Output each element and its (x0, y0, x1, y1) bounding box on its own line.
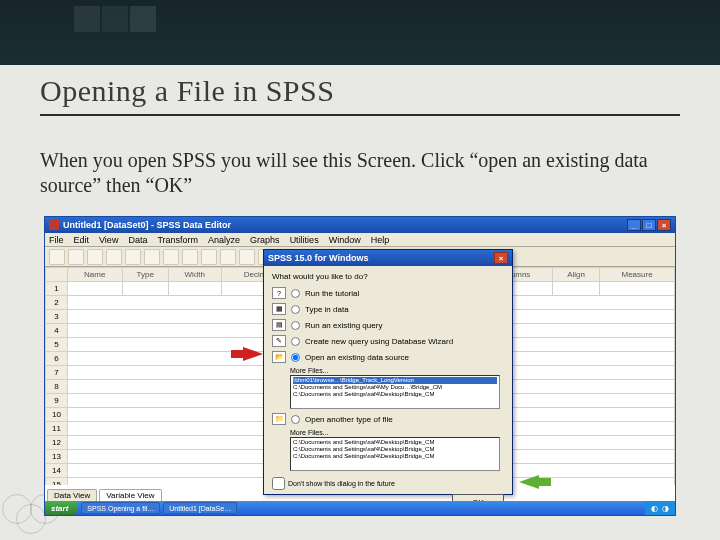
col-name[interactable]: Name (68, 268, 123, 282)
toolbar-button[interactable] (144, 249, 160, 265)
toolbar-button[interactable] (220, 249, 236, 265)
menu-view[interactable]: View (99, 235, 118, 245)
menu-utilities[interactable]: Utilities (290, 235, 319, 245)
dont-show-checkbox[interactable] (272, 477, 285, 490)
menu-help[interactable]: Help (371, 235, 390, 245)
menu-window[interactable]: Window (329, 235, 361, 245)
option-label: Run the tutorial (305, 289, 359, 298)
radio-runquery[interactable] (291, 321, 300, 330)
open-icon: 📂 (272, 351, 286, 363)
toolbar-button[interactable] (239, 249, 255, 265)
decorative-squares (74, 6, 158, 36)
open-other-icon: 📁 (272, 413, 286, 425)
more-files-label: More Files... (290, 367, 504, 374)
spss-window-title: Untitled1 [DataSet0] - SPSS Data Editor (63, 220, 231, 230)
tutorial-icon: ? (272, 287, 286, 299)
dialog-prompt: What would you like to do? (272, 272, 504, 281)
option-label: Type in data (305, 305, 349, 314)
toolbar-button[interactable] (106, 249, 122, 265)
list-item[interactable]: C:\Documents and Settings\saf4\Desktop\B… (293, 439, 497, 446)
col-measure[interactable]: Measure (600, 268, 675, 282)
menu-analyze[interactable]: Analyze (208, 235, 240, 245)
tray-icon[interactable]: ◑ (662, 504, 669, 513)
option-label: Create new query using Database Wizard (305, 337, 453, 346)
red-arrow-annotation (243, 347, 263, 361)
radio-tutorial[interactable] (291, 289, 300, 298)
list-item[interactable]: \\thm01\browse…\Bridge_Track_LongVersion (293, 377, 497, 384)
menu-transform[interactable]: Transform (157, 235, 198, 245)
dialog-titlebar: SPSS 15.0 for Windows × (264, 250, 512, 266)
dialog-close-icon[interactable]: × (494, 252, 508, 264)
existing-files-listbox[interactable]: \\thm01\browse…\Bridge_Track_LongVersion… (290, 375, 500, 409)
col-width[interactable]: Width (168, 268, 221, 282)
list-item[interactable]: C:\Documents and Settings\saf4\Desktop\B… (293, 391, 497, 398)
spss-logo-icon (49, 220, 59, 230)
col-type[interactable]: Type (122, 268, 168, 282)
query-icon: ▤ (272, 319, 286, 331)
menu-data[interactable]: Data (128, 235, 147, 245)
toolbar-button[interactable] (201, 249, 217, 265)
slide-body-text: When you open SPSS you will see this Scr… (40, 148, 680, 198)
option-label: Open another type of file (305, 415, 393, 424)
slide-title: Opening a File in SPSS (40, 74, 680, 116)
close-icon[interactable]: × (657, 219, 671, 231)
tray-icon[interactable]: ◐ (651, 504, 658, 513)
option-label: Run an existing query (305, 321, 382, 330)
spss-menubar: File Edit View Data Transform Analyze Gr… (45, 233, 675, 247)
other-files-listbox[interactable]: C:\Documents and Settings\saf4\Desktop\B… (290, 437, 500, 471)
system-tray: ◐ ◑ (645, 501, 675, 515)
toolbar-button[interactable] (182, 249, 198, 265)
toolbar-button[interactable] (125, 249, 141, 265)
col-align[interactable]: Align (552, 268, 599, 282)
list-item[interactable]: C:\Documents and Settings\saf4\Desktop\B… (293, 453, 497, 460)
typein-icon: ▦ (272, 303, 286, 315)
taskbar-item[interactable]: Untitled1 [DataSe… (163, 502, 237, 514)
dont-show-label: Don't show this dialog in the future (288, 480, 395, 487)
radio-open-existing[interactable] (291, 353, 300, 362)
maximize-icon[interactable]: □ (642, 219, 656, 231)
list-item[interactable]: C:\Documents and Settings\saf4\Desktop\B… (293, 446, 497, 453)
radio-open-other[interactable] (291, 415, 300, 424)
wizard-icon: ✎ (272, 335, 286, 347)
spss-startup-dialog: SPSS 15.0 for Windows × What would you l… (263, 249, 513, 495)
dialog-title-text: SPSS 15.0 for Windows (268, 253, 368, 263)
more-files-label: More Files... (290, 429, 504, 436)
list-item[interactable]: C:\Documents and Settings\saf4\My Docu…\… (293, 384, 497, 391)
windows-taskbar: start SPSS Opening a fil… Untitled1 [Dat… (45, 501, 675, 515)
minimize-icon[interactable]: _ (627, 219, 641, 231)
menu-edit[interactable]: Edit (74, 235, 90, 245)
start-button[interactable]: start (45, 501, 78, 515)
radio-wizard[interactable] (291, 337, 300, 346)
tab-data-view[interactable]: Data View (47, 489, 97, 501)
radio-typein[interactable] (291, 305, 300, 314)
green-arrow-annotation (519, 475, 539, 489)
spss-screenshot: Untitled1 [DataSet0] - SPSS Data Editor … (44, 216, 676, 516)
toolbar-button[interactable] (68, 249, 84, 265)
toolbar-button[interactable] (87, 249, 103, 265)
menu-graphs[interactable]: Graphs (250, 235, 280, 245)
tab-variable-view[interactable]: Variable View (99, 489, 161, 501)
spss-window-titlebar: Untitled1 [DataSet0] - SPSS Data Editor … (45, 217, 675, 233)
toolbar-button[interactable] (163, 249, 179, 265)
toolbar-button[interactable] (49, 249, 65, 265)
option-label: Open an existing data source (305, 353, 409, 362)
taskbar-item[interactable]: SPSS Opening a fil… (81, 502, 160, 514)
menu-file[interactable]: File (49, 235, 64, 245)
